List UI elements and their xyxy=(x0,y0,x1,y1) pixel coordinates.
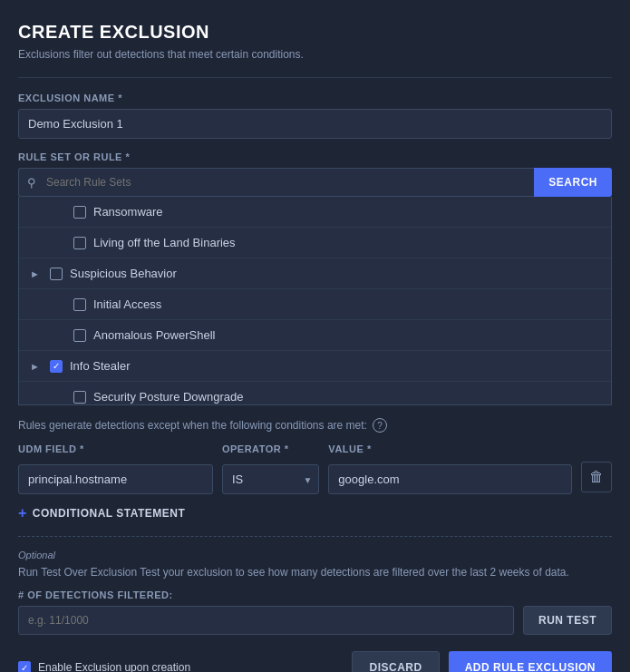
search-icon: ⚲ xyxy=(27,176,36,190)
rule-label-suspicious-behavior: Suspicious Behavior xyxy=(70,267,177,280)
page-subtitle: Exclusions filter out detections that me… xyxy=(18,48,612,61)
operator-select[interactable]: IS IS NOT CONTAINS STARTS WITH ENDS WITH xyxy=(222,464,319,494)
run-test-button[interactable]: RUN TEST xyxy=(523,606,612,635)
conditions-text: Rules generate detections except when th… xyxy=(18,418,612,433)
value-field-input[interactable] xyxy=(328,464,572,494)
detections-input[interactable] xyxy=(18,606,514,635)
chevron-suspicious-behavior: ► xyxy=(30,268,43,279)
rule-set-label: RULE SET OR RULE * xyxy=(18,151,612,162)
footer-row: Enable Exclusion upon creation DISCARD A… xyxy=(18,651,612,672)
search-input[interactable] xyxy=(18,168,534,197)
checkbox-security-posture[interactable] xyxy=(73,391,86,404)
checkbox-initial-access[interactable] xyxy=(73,298,86,311)
delete-condition-group: 🗑 xyxy=(581,462,612,494)
rule-list: Ransomware Living off the Land Binaries … xyxy=(18,197,612,405)
rule-label-info-stealer: Info Stealer xyxy=(70,359,131,373)
operator-field-group: OPERATOR * IS IS NOT CONTAINS STARTS WIT… xyxy=(222,443,319,494)
run-test-row: RUN TEST xyxy=(18,606,612,635)
checkbox-living-off-land[interactable] xyxy=(73,237,86,249)
plus-icon: + xyxy=(18,505,27,521)
checkbox-suspicious-behavior[interactable] xyxy=(50,268,63,280)
search-button[interactable]: SEARCH xyxy=(534,168,612,197)
rule-list-wrap: Ransomware Living off the Land Binaries … xyxy=(18,197,612,405)
help-icon[interactable]: ? xyxy=(373,418,387,433)
udm-label: UDM FIELD * xyxy=(18,443,213,454)
dashed-divider xyxy=(18,536,612,537)
checkbox-anomalous-powershell[interactable] xyxy=(73,329,86,342)
operator-label: OPERATOR * xyxy=(222,443,319,454)
add-condition-button[interactable]: + CONDITIONAL STATEMENT xyxy=(18,505,185,521)
checkbox-info-stealer[interactable] xyxy=(50,360,63,373)
add-condition-label: CONDITIONAL STATEMENT xyxy=(33,507,186,520)
enable-exclusion-label: Enable Exclusion upon creation xyxy=(38,661,190,672)
detections-label: # OF DETECTIONS FILTERED: xyxy=(18,589,612,600)
rule-item-living-off-land[interactable]: Living off the Land Binaries xyxy=(19,228,611,258)
add-exclusion-button[interactable]: ADD RULE EXCLUSION xyxy=(449,651,612,672)
search-input-wrap: ⚲ xyxy=(18,168,534,197)
rule-item-suspicious-behavior[interactable]: ► Suspicious Behavior xyxy=(19,258,611,289)
discard-button[interactable]: DISCARD xyxy=(352,651,439,672)
rule-label-security-posture: Security Posture Downgrade xyxy=(93,390,243,404)
checkbox-ransomware[interactable] xyxy=(73,206,86,219)
value-label: VALUE * xyxy=(328,443,572,454)
trash-icon: 🗑 xyxy=(589,469,604,485)
search-row: ⚲ SEARCH xyxy=(18,168,612,197)
condition-fields-row: UDM FIELD * OPERATOR * IS IS NOT CONTAIN… xyxy=(18,443,612,494)
rule-label-initial-access: Initial Access xyxy=(93,297,161,311)
page-title: CREATE EXCLUSION xyxy=(18,22,612,43)
rule-label-anomalous-powershell: Anomalous PowerShell xyxy=(93,328,215,342)
delete-condition-button[interactable]: 🗑 xyxy=(581,462,612,492)
enable-exclusion-row: Enable Exclusion upon creation xyxy=(18,661,190,672)
value-field-group: VALUE * xyxy=(328,443,572,494)
rule-item-info-stealer[interactable]: ► Info Stealer xyxy=(19,351,611,382)
operator-select-wrap: IS IS NOT CONTAINS STARTS WITH ENDS WITH… xyxy=(222,464,319,494)
exclusion-name-label: EXCLUSION NAME * xyxy=(18,93,612,103)
rule-label-ransomware: Ransomware xyxy=(93,205,163,219)
udm-field-group: UDM FIELD * xyxy=(18,443,213,494)
create-exclusion-form: CREATE EXCLUSION Exclusions filter out d… xyxy=(0,0,630,672)
rule-label-living-off-land: Living off the Land Binaries xyxy=(93,236,236,249)
header-divider xyxy=(18,77,612,78)
exclusion-name-input[interactable] xyxy=(18,109,612,139)
rule-item-initial-access[interactable]: Initial Access xyxy=(19,289,611,320)
footer-buttons: DISCARD ADD RULE EXCLUSION xyxy=(352,651,612,672)
rule-item-ransomware[interactable]: Ransomware xyxy=(19,197,611,228)
rule-item-security-posture[interactable]: Security Posture Downgrade xyxy=(19,382,611,405)
udm-field-input[interactable] xyxy=(18,464,213,494)
run-test-description: Run Test Over Exclusion Test your exclus… xyxy=(18,564,612,580)
enable-exclusion-checkbox[interactable] xyxy=(18,661,31,672)
optional-label: Optional xyxy=(18,550,612,560)
rule-item-anomalous-powershell[interactable]: Anomalous PowerShell xyxy=(19,320,611,351)
chevron-info-stealer: ► xyxy=(30,361,43,372)
